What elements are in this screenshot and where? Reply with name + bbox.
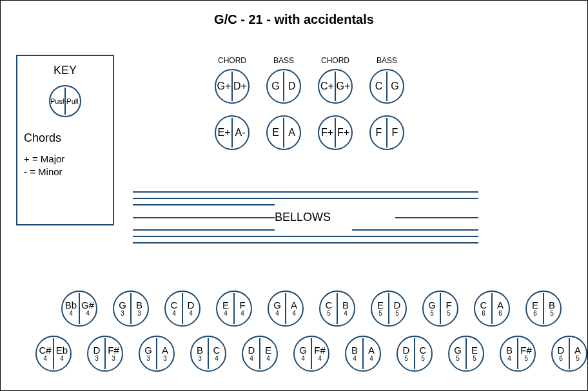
push-note: D5 [398,345,415,362]
push-note: G+ [216,81,232,91]
treble-button: B3C4 [190,336,226,372]
push-note: C#4 [37,345,54,362]
bellows-label: BELLOWS [275,211,395,224]
bellows-line [133,191,478,193]
bass-button: E+A- [215,115,250,150]
treble-button: G4A4 [268,291,304,327]
page-title: G/C - 21 - with accidentals [1,12,587,27]
push-note: E+ [216,128,232,138]
treble-button: B4F#5 [500,336,536,372]
pull-note: E5 [466,345,483,362]
pull-note: F+ [335,128,351,138]
pull-note: F4 [234,300,251,317]
treble-button: G5F5 [422,291,458,327]
push-note: E5 [372,300,389,317]
bellows-split [133,229,478,231]
pull-note: A [284,128,300,138]
pull-note: F#3 [105,345,122,362]
treble-button: G5E5 [448,336,484,372]
bellows-line [133,198,478,199]
push-note: G [268,81,284,91]
diagram-page: G/C - 21 - with accidentals KEY Push Pul… [0,0,588,391]
treble-button: C4D4 [164,291,201,327]
treble-button: E4F4 [216,291,252,327]
bass-button: EA [266,115,301,150]
pull-note: B3 [131,300,148,317]
bellows-label-row: BELLOWS [133,211,478,224]
push-note: B4 [346,345,363,362]
push-note: C+ [319,81,335,91]
push-note: B4 [501,345,518,362]
pull-note: F5 [440,300,457,317]
push-note: G5 [424,300,440,317]
bass-header: BASS [369,56,404,65]
bellows-line [133,236,478,237]
pull-note: A4 [363,345,380,362]
key-example-button: Push Pull [49,85,81,117]
treble-button: G4F#4 [293,336,329,372]
pull-note: A5 [569,345,586,362]
pull-note: G [387,81,403,91]
key-minor: - = Minor [24,166,106,178]
pull-note: G+ [335,81,351,91]
pull-note: G#4 [79,300,96,317]
pull-note: Eb4 [54,345,70,362]
treble-button: D3F#3 [87,336,123,372]
pull-note: F#5 [518,345,534,362]
push-note: G4 [295,345,311,362]
push-note: Bb4 [63,300,79,317]
bellows-line [133,242,478,243]
treble-button: B4A4 [345,336,381,372]
treble-button: Bb4G#4 [61,291,97,327]
push-note: C4 [166,300,182,317]
push-note: G5 [449,345,466,362]
pull-note: A3 [157,345,173,362]
bass-header: CHORD [318,56,353,65]
key-box: KEY Push Pull Chords + = Major - = Minor [16,55,114,225]
bass-headers: CHORD BASS CHORD BASS [215,56,404,65]
push-note: D6 [553,345,569,362]
key-chords-title: Chords [24,131,106,145]
bass-button: F+F+ [318,115,353,150]
push-note: E [268,128,284,138]
pull-note: B4 [337,300,354,317]
pull-note: D5 [389,300,406,317]
key-push-label: Push [50,98,65,105]
bass-row-1: G+D+GDC+G+CG [215,69,404,104]
key-title: KEY [24,64,106,77]
push-note: C5 [320,300,337,317]
pull-note: E4 [260,345,277,362]
key-major: + = Major [24,153,106,166]
bass-button: GD [266,69,301,104]
pull-note: F [387,128,403,138]
treble-button: G3B3 [113,291,149,327]
treble-button: C6A6 [474,291,510,327]
push-note: F [371,128,387,138]
push-note: F+ [319,128,335,138]
treble-button: E5D5 [371,291,407,327]
bass-header: BASS [266,56,301,65]
pull-note: F#4 [311,345,328,362]
bass-button: CG [369,69,404,104]
pull-note: A6 [492,300,509,317]
treble-button: D6A5 [551,336,587,372]
pull-note: D [284,81,300,91]
push-note: D3 [88,345,105,362]
pull-note: B5 [544,300,560,317]
key-pull-label: Pull [65,98,80,105]
treble-button: G3A3 [139,336,175,372]
push-note: B3 [191,345,208,362]
treble-button: D4E4 [242,336,278,372]
treble-button: C5B4 [319,291,355,327]
pull-note: D4 [182,300,199,317]
pull-note: C5 [415,345,431,362]
push-note: G3 [140,345,157,362]
push-note: C [371,81,387,91]
key-chords-legend: + = Major - = Minor [24,153,106,179]
pull-note: A- [232,128,248,138]
bellows-split [133,204,478,205]
treble-row-2: C#4Eb4D3F#3G3A3B3C4D4E4G4F#4B4A4D5C5G5E5… [35,336,587,372]
bass-row-2: E+A-EAF+F+FF [215,115,404,150]
bass-button: C+G+ [318,69,353,104]
bellows: BELLOWS [133,191,478,243]
